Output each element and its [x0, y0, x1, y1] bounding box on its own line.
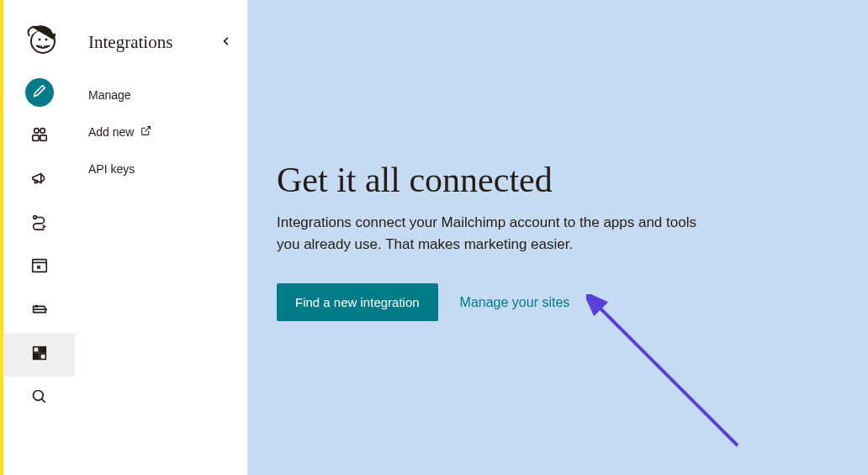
content-icon: [30, 300, 49, 322]
brand-logo[interactable]: [3, 12, 75, 71]
search-icon: [31, 388, 48, 409]
collapse-chevron-icon[interactable]: [220, 35, 232, 50]
sidebar-item-api-keys[interactable]: API keys: [88, 150, 247, 187]
svg-point-7: [33, 216, 36, 219]
svg-point-3: [34, 129, 39, 134]
megaphone-icon: [30, 169, 49, 191]
external-link-icon: [140, 125, 151, 139]
nav-content[interactable]: [3, 289, 75, 333]
sidebar-title: Integrations: [88, 32, 172, 53]
sidebar-item-label: API keys: [88, 162, 135, 176]
svg-point-9: [35, 305, 37, 307]
svg-rect-5: [32, 135, 38, 140]
main-content: Get it all connected Integrations connec…: [248, 0, 868, 475]
manage-sites-link[interactable]: Manage your sites: [460, 295, 570, 310]
journey-icon: [30, 213, 49, 235]
svg-rect-12: [33, 354, 38, 359]
svg-rect-6: [40, 135, 45, 140]
icon-rail: [3, 0, 75, 475]
svg-point-14: [33, 391, 43, 401]
page-subtext: Integrations connect your Mailchimp acco…: [277, 212, 714, 255]
page-headline: Get it all connected: [277, 160, 868, 200]
find-integration-button[interactable]: Find a new integration: [277, 283, 438, 321]
svg-rect-13: [40, 354, 45, 359]
sidebar-header: Integrations: [88, 32, 247, 53]
audience-icon: [30, 125, 49, 147]
sidebar: Integrations Manage Add new API keys: [75, 0, 248, 475]
nav-website[interactable]: [3, 245, 75, 289]
nav-integrations[interactable]: [3, 333, 75, 377]
svg-point-4: [40, 129, 44, 134]
nav-create[interactable]: [3, 71, 75, 114]
nav-automations[interactable]: [3, 202, 75, 245]
sidebar-item-add-new[interactable]: Add new: [88, 113, 247, 150]
website-icon: [30, 256, 49, 278]
sidebar-item-label: Manage: [88, 88, 131, 102]
svg-point-2: [45, 39, 47, 41]
nav-audience[interactable]: [3, 114, 75, 158]
nav-campaigns[interactable]: [3, 158, 75, 202]
nav-search[interactable]: [3, 377, 75, 420]
cta-row: Find a new integration Manage your sites: [277, 283, 868, 321]
sidebar-item-manage[interactable]: Manage: [88, 77, 247, 113]
pencil-icon: [32, 83, 47, 102]
sidebar-item-label: Add new: [88, 125, 134, 139]
svg-rect-10: [33, 347, 38, 352]
freddie-logo-icon: [21, 21, 58, 61]
svg-point-1: [38, 39, 40, 41]
integrations-icon: [30, 344, 49, 366]
svg-rect-11: [40, 347, 45, 352]
